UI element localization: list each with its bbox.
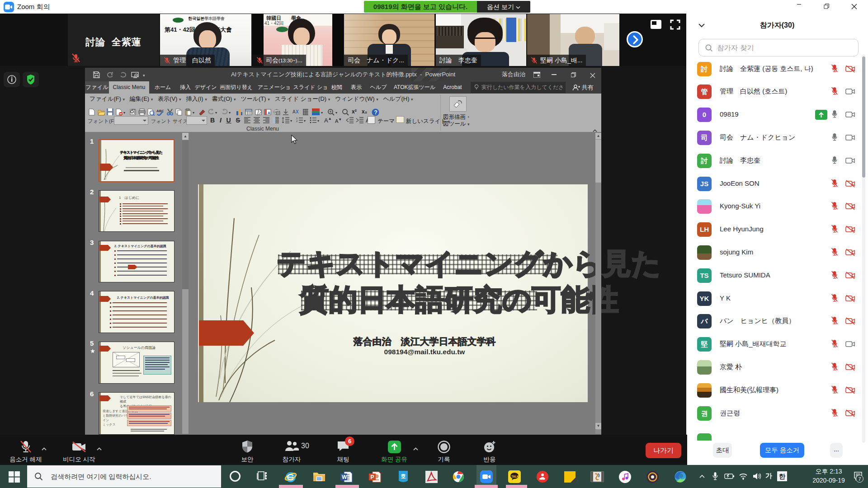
svg-text:P: P — [371, 474, 374, 480]
svg-text:?: ? — [374, 109, 377, 116]
svg-text:W: W — [342, 474, 347, 480]
svg-text:2: 2 — [296, 120, 298, 122]
svg-text:Rec: Rec — [539, 478, 545, 480]
svg-text:호: 호 — [401, 473, 406, 479]
svg-text:TALK: TALK — [511, 475, 519, 478]
svg-text:A: A — [292, 109, 296, 114]
